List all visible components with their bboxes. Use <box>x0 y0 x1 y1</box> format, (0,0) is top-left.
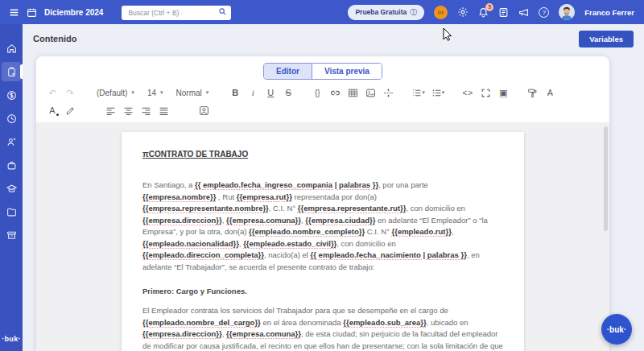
unordered-list-icon <box>431 88 442 98</box>
sidebar-item-documents[interactable] <box>2 62 21 81</box>
ordered-list-button[interactable]: ▾ <box>409 85 427 101</box>
template-variable: {{empresa.ciudad}} <box>305 216 375 225</box>
template-variable: {{ empleado.fecha_nacimiento | palabras … <box>311 250 467 259</box>
archive-icon <box>6 230 17 241</box>
template-variable: {{empleado.sub_area}} <box>343 318 427 327</box>
calendar-icon[interactable] <box>27 7 37 18</box>
editor-toolbar: ↶ ↷ (Default)▾ 14▾ Normal▾ B i U S {} <box>36 80 609 119</box>
show-blocks-button[interactable]: ▣ <box>495 85 511 101</box>
font-family-value: (Default) <box>97 89 127 97</box>
sidebar-item-history[interactable] <box>2 109 21 128</box>
align-right-button[interactable] <box>138 102 154 118</box>
chat-bubble-button[interactable]: ·buk· <box>601 314 632 345</box>
variables-button[interactable]: Variables <box>579 31 634 47</box>
doc-text: , por una parte <box>378 180 428 189</box>
document-area: πCONTRATO DE TRABAJO En Santiago, a {{ e… <box>36 122 609 351</box>
template-variable: {{empleado.nombre_completo}} <box>249 227 365 236</box>
trial-badge[interactable]: Prueba Gratuita ⓘ <box>348 5 424 20</box>
sidebar-item-home[interactable] <box>2 39 21 58</box>
underline-button[interactable]: U <box>262 85 279 101</box>
page-break-button[interactable] <box>380 85 396 101</box>
template-variable: {{empleado.rut}} <box>391 227 451 236</box>
undo-icon: ↶ <box>48 88 56 98</box>
redo-icon: ↷ <box>66 88 73 98</box>
doc-paragraph: El Empleador contrata los servicios del … <box>142 305 503 351</box>
notifications-button[interactable]: 5 <box>478 7 489 18</box>
italic-button[interactable]: i <box>245 85 261 101</box>
period-selector[interactable]: Diciembre 2024 <box>44 8 103 17</box>
undo-button[interactable]: ↶ <box>44 85 60 101</box>
sidebar-item-jobs[interactable] <box>2 155 21 175</box>
image-icon <box>365 88 376 98</box>
scrollbar[interactable] <box>604 126 608 231</box>
fullscreen-icon <box>481 88 491 98</box>
paint-roller-button[interactable] <box>524 85 540 101</box>
font-color-button[interactable]: A <box>44 102 60 118</box>
search-input[interactable] <box>122 6 231 20</box>
paint-roller-icon <box>527 88 538 98</box>
template-variable: {{empleado.nacionalidad}} <box>142 239 239 248</box>
paragraph-style-select[interactable]: Normal▾ <box>171 85 215 101</box>
home-icon <box>6 43 17 54</box>
font-size-select[interactable]: 14▾ <box>142 85 169 101</box>
avatar[interactable] <box>559 4 575 20</box>
template-variable: {{empleado.nombre_del_cargo}} <box>142 318 261 327</box>
link-button[interactable] <box>327 85 343 101</box>
align-left-button[interactable] <box>102 102 118 118</box>
doc-text: , Rut <box>216 192 236 201</box>
template-variable: {{empresa.comuna}} <box>226 329 301 338</box>
align-center-icon <box>123 105 134 116</box>
sidebar-item-files[interactable] <box>2 202 21 221</box>
changelog-icon[interactable] <box>498 7 509 18</box>
variables-braces-button[interactable]: {} <box>309 85 325 101</box>
insert-person-button[interactable] <box>196 102 212 118</box>
settings-icon[interactable] <box>457 6 469 18</box>
table-button[interactable] <box>345 85 361 101</box>
sidebar-item-payments[interactable] <box>2 85 21 105</box>
menu-icon[interactable] <box>9 7 19 18</box>
doc-text: , con domicilio en <box>406 204 464 213</box>
doc-text: , nacido(a) el <box>264 250 311 259</box>
person-heart-icon <box>6 137 17 147</box>
template-variable: {{empresa.nombre}} <box>142 192 216 201</box>
template-variable: {{empresa.comuna}} <box>226 216 301 225</box>
highlighter-icon <box>65 105 76 116</box>
redo-button[interactable]: ↷ <box>62 85 78 101</box>
align-center-button[interactable] <box>120 102 136 118</box>
assistant-icon[interactable] <box>434 6 448 19</box>
doc-text: , <box>452 227 454 236</box>
link-icon <box>330 88 341 98</box>
doc-text: , C.I. N° <box>269 204 298 213</box>
sidebar-item-organization[interactable] <box>2 225 21 245</box>
doc-text: , con domicilio en <box>336 239 395 248</box>
person-box-icon <box>199 105 209 116</box>
search-icon[interactable] <box>218 7 227 16</box>
chevron-down-icon: ▾ <box>160 89 163 96</box>
fullscreen-button[interactable] <box>477 85 493 101</box>
image-button[interactable] <box>362 85 378 101</box>
doc-text: en el área denominada <box>261 318 343 327</box>
tab-vista-previa[interactable]: Vista previa <box>312 64 382 79</box>
page-header: Contenido Variables <box>23 24 644 53</box>
highlight-button[interactable] <box>62 102 78 118</box>
editor-card: Editor Vista previa ↶ ↷ (Default)▾ 14▾ N… <box>36 56 609 351</box>
briefcase-icon <box>6 160 17 171</box>
document-page[interactable]: πCONTRATO DE TRABAJO En Santiago, a {{ e… <box>122 132 524 351</box>
sidebar-item-education[interactable] <box>2 179 21 198</box>
clear-format-button[interactable]: A <box>542 85 558 101</box>
user-name[interactable]: Franco Ferrer <box>584 8 634 17</box>
sidebar-item-employees[interactable] <box>2 132 21 151</box>
font-family-select[interactable]: (Default)▾ <box>91 85 140 101</box>
help-icon[interactable]: ? <box>539 7 549 18</box>
strikethrough-button[interactable]: S <box>280 85 296 101</box>
paragraph-style-value: Normal <box>176 89 202 97</box>
announcements-icon[interactable] <box>518 7 529 18</box>
align-justify-button[interactable] <box>155 102 171 118</box>
code-view-button[interactable]: <> <box>460 85 476 101</box>
bold-button[interactable]: B <box>227 85 243 101</box>
clipboard-icon <box>6 67 17 77</box>
template-variable: {{ empleado.fecha_ingreso_compania | pal… <box>195 180 378 189</box>
unordered-list-button[interactable]: ▾ <box>429 85 448 101</box>
tab-editor[interactable]: Editor <box>264 64 312 79</box>
doc-text: representada por don(a) <box>292 192 377 201</box>
